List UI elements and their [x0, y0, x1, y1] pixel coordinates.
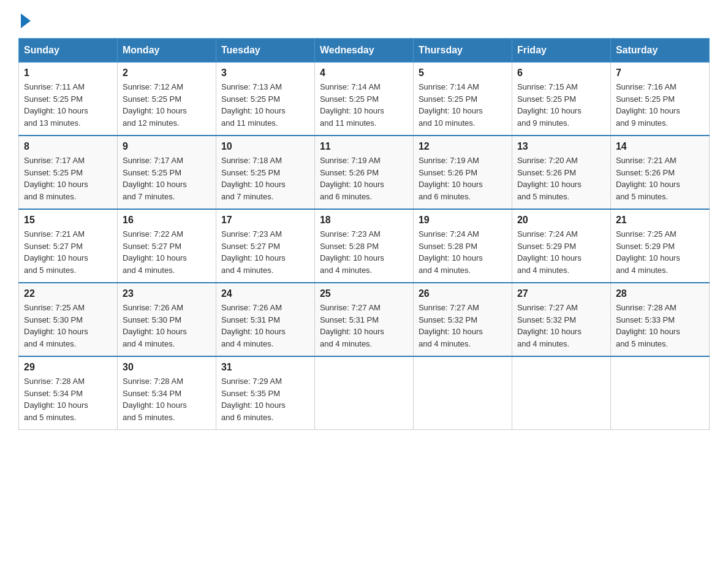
header-tuesday: Tuesday: [216, 39, 314, 63]
calendar-table: Sunday Monday Tuesday Wednesday Thursday…: [18, 38, 710, 430]
day-number: 21: [616, 215, 704, 226]
day-info: Sunrise: 7:28 AMSunset: 5:34 PMDaylight:…: [123, 375, 211, 423]
day-info: Sunrise: 7:14 AMSunset: 5:25 PMDaylight:…: [320, 81, 408, 129]
day-number: 23: [123, 288, 211, 299]
table-row: 30Sunrise: 7:28 AMSunset: 5:34 PMDayligh…: [117, 356, 216, 430]
calendar-header-row: Sunday Monday Tuesday Wednesday Thursday…: [19, 39, 710, 63]
table-row: 14Sunrise: 7:21 AMSunset: 5:26 PMDayligh…: [610, 136, 709, 209]
day-number: 12: [419, 141, 507, 152]
day-number: 5: [419, 67, 507, 79]
table-row: 23Sunrise: 7:26 AMSunset: 5:30 PMDayligh…: [117, 283, 216, 356]
table-row: 29Sunrise: 7:28 AMSunset: 5:34 PMDayligh…: [19, 356, 118, 430]
day-info: Sunrise: 7:26 AMSunset: 5:31 PMDaylight:…: [221, 302, 309, 350]
day-info: Sunrise: 7:27 AMSunset: 5:31 PMDaylight:…: [320, 302, 408, 350]
day-number: 26: [419, 288, 507, 299]
day-info: Sunrise: 7:21 AMSunset: 5:26 PMDaylight:…: [616, 155, 704, 202]
logo-arrow-icon: [21, 13, 31, 28]
day-info: Sunrise: 7:18 AMSunset: 5:25 PMDaylight:…: [221, 155, 309, 202]
day-number: 28: [616, 288, 704, 299]
day-info: Sunrise: 7:25 AMSunset: 5:29 PMDaylight:…: [616, 228, 704, 276]
calendar-week-row: 22Sunrise: 7:25 AMSunset: 5:30 PMDayligh…: [19, 283, 710, 356]
day-number: 3: [221, 67, 309, 79]
table-row: 19Sunrise: 7:24 AMSunset: 5:28 PMDayligh…: [413, 209, 512, 283]
table-row: [314, 356, 413, 430]
table-row: 9Sunrise: 7:17 AMSunset: 5:25 PMDaylight…: [117, 136, 216, 209]
day-number: 10: [221, 141, 309, 152]
day-info: Sunrise: 7:22 AMSunset: 5:27 PMDaylight:…: [123, 228, 211, 276]
day-info: Sunrise: 7:19 AMSunset: 5:26 PMDaylight:…: [320, 155, 408, 202]
day-info: Sunrise: 7:14 AMSunset: 5:25 PMDaylight:…: [419, 81, 507, 129]
day-info: Sunrise: 7:21 AMSunset: 5:27 PMDaylight:…: [24, 228, 112, 276]
header-monday: Monday: [117, 39, 216, 63]
day-number: 2: [123, 67, 211, 79]
logo: [18, 12, 31, 26]
header-friday: Friday: [512, 39, 610, 63]
day-number: 29: [24, 362, 112, 373]
day-number: 9: [123, 141, 211, 152]
table-row: 2Sunrise: 7:12 AMSunset: 5:25 PMDaylight…: [117, 63, 216, 136]
day-number: 18: [320, 215, 408, 226]
calendar-week-row: 15Sunrise: 7:21 AMSunset: 5:27 PMDayligh…: [19, 209, 710, 283]
calendar-week-row: 29Sunrise: 7:28 AMSunset: 5:34 PMDayligh…: [19, 356, 710, 430]
day-info: Sunrise: 7:11 AMSunset: 5:25 PMDaylight:…: [24, 81, 112, 129]
table-row: 1Sunrise: 7:11 AMSunset: 5:25 PMDaylight…: [19, 63, 118, 136]
table-row: 21Sunrise: 7:25 AMSunset: 5:29 PMDayligh…: [610, 209, 709, 283]
day-number: 19: [419, 215, 507, 226]
table-row: 12Sunrise: 7:19 AMSunset: 5:26 PMDayligh…: [413, 136, 512, 209]
header-saturday: Saturday: [610, 39, 709, 63]
day-info: Sunrise: 7:19 AMSunset: 5:26 PMDaylight:…: [419, 155, 507, 202]
day-number: 31: [221, 362, 309, 373]
day-number: 27: [517, 288, 605, 299]
table-row: 11Sunrise: 7:19 AMSunset: 5:26 PMDayligh…: [314, 136, 413, 209]
page-header: [18, 12, 710, 26]
day-info: Sunrise: 7:13 AMSunset: 5:25 PMDaylight:…: [221, 81, 309, 129]
day-number: 25: [320, 288, 408, 299]
day-number: 8: [24, 141, 112, 152]
table-row: [512, 356, 610, 430]
table-row: 27Sunrise: 7:27 AMSunset: 5:32 PMDayligh…: [512, 283, 610, 356]
table-row: [413, 356, 512, 430]
day-info: Sunrise: 7:27 AMSunset: 5:32 PMDaylight:…: [517, 302, 605, 350]
day-info: Sunrise: 7:27 AMSunset: 5:32 PMDaylight:…: [419, 302, 507, 350]
table-row: 13Sunrise: 7:20 AMSunset: 5:26 PMDayligh…: [512, 136, 610, 209]
day-info: Sunrise: 7:23 AMSunset: 5:28 PMDaylight:…: [320, 228, 408, 276]
table-row: 28Sunrise: 7:28 AMSunset: 5:33 PMDayligh…: [610, 283, 709, 356]
day-number: 22: [24, 288, 112, 299]
day-number: 11: [320, 141, 408, 152]
table-row: 5Sunrise: 7:14 AMSunset: 5:25 PMDaylight…: [413, 63, 512, 136]
day-info: Sunrise: 7:12 AMSunset: 5:25 PMDaylight:…: [123, 81, 211, 129]
day-number: 20: [517, 215, 605, 226]
day-number: 16: [123, 215, 211, 226]
header-thursday: Thursday: [413, 39, 512, 63]
day-info: Sunrise: 7:24 AMSunset: 5:29 PMDaylight:…: [517, 228, 605, 276]
header-wednesday: Wednesday: [314, 39, 413, 63]
day-info: Sunrise: 7:17 AMSunset: 5:25 PMDaylight:…: [24, 155, 112, 202]
day-info: Sunrise: 7:17 AMSunset: 5:25 PMDaylight:…: [123, 155, 211, 202]
table-row: 17Sunrise: 7:23 AMSunset: 5:27 PMDayligh…: [216, 209, 314, 283]
table-row: 8Sunrise: 7:17 AMSunset: 5:25 PMDaylight…: [19, 136, 118, 209]
day-info: Sunrise: 7:28 AMSunset: 5:34 PMDaylight:…: [24, 375, 112, 423]
calendar-week-row: 8Sunrise: 7:17 AMSunset: 5:25 PMDaylight…: [19, 136, 710, 209]
day-info: Sunrise: 7:26 AMSunset: 5:30 PMDaylight:…: [123, 302, 211, 350]
day-number: 4: [320, 67, 408, 79]
table-row: 24Sunrise: 7:26 AMSunset: 5:31 PMDayligh…: [216, 283, 314, 356]
day-info: Sunrise: 7:29 AMSunset: 5:35 PMDaylight:…: [221, 375, 309, 423]
day-number: 6: [517, 67, 605, 79]
table-row: 7Sunrise: 7:16 AMSunset: 5:25 PMDaylight…: [610, 63, 709, 136]
day-number: 30: [123, 362, 211, 373]
day-info: Sunrise: 7:25 AMSunset: 5:30 PMDaylight:…: [24, 302, 112, 350]
table-row: 6Sunrise: 7:15 AMSunset: 5:25 PMDaylight…: [512, 63, 610, 136]
day-number: 15: [24, 215, 112, 226]
table-row: 22Sunrise: 7:25 AMSunset: 5:30 PMDayligh…: [19, 283, 118, 356]
calendar-week-row: 1Sunrise: 7:11 AMSunset: 5:25 PMDaylight…: [19, 63, 710, 136]
day-info: Sunrise: 7:16 AMSunset: 5:25 PMDaylight:…: [616, 81, 704, 129]
table-row: 20Sunrise: 7:24 AMSunset: 5:29 PMDayligh…: [512, 209, 610, 283]
day-info: Sunrise: 7:15 AMSunset: 5:25 PMDaylight:…: [517, 81, 605, 129]
day-number: 24: [221, 288, 309, 299]
day-number: 1: [24, 67, 112, 79]
table-row: 25Sunrise: 7:27 AMSunset: 5:31 PMDayligh…: [314, 283, 413, 356]
table-row: [610, 356, 709, 430]
table-row: 31Sunrise: 7:29 AMSunset: 5:35 PMDayligh…: [216, 356, 314, 430]
day-info: Sunrise: 7:24 AMSunset: 5:28 PMDaylight:…: [419, 228, 507, 276]
table-row: 3Sunrise: 7:13 AMSunset: 5:25 PMDaylight…: [216, 63, 314, 136]
